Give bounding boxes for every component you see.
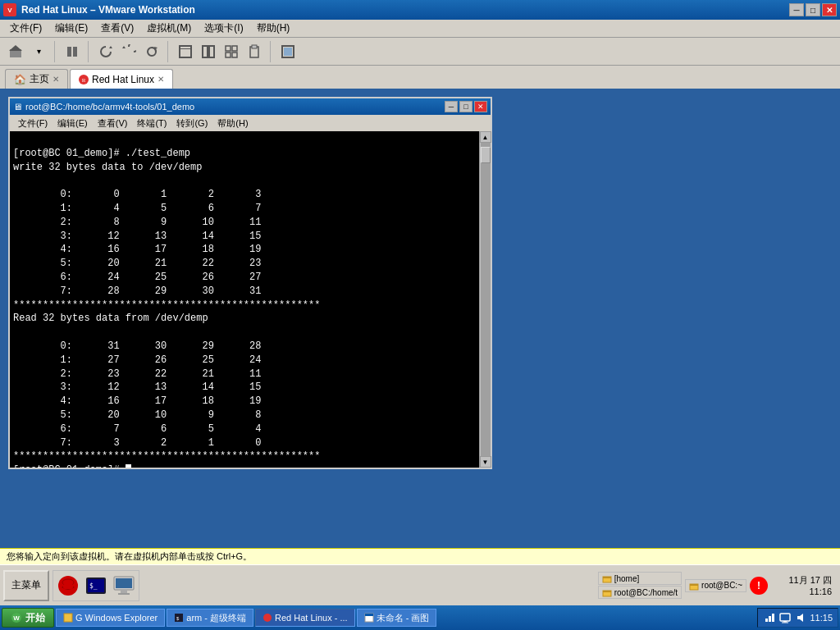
vmware-hint-text: 您将输入定向到该虚拟机。请在虚拟机内部单击或按 Ctrl+G。: [7, 551, 252, 561]
vmware-title-bar: V Red Hat Linux – VMware Workstation ─ □…: [0, 0, 840, 20]
tab-home-label: 主页: [30, 72, 49, 86]
terminal-maximize[interactable]: □: [459, 101, 472, 112]
toolbar-home-dropdown[interactable]: ▾: [28, 41, 49, 62]
main-toolbar: ▾: [0, 38, 840, 66]
tab-home[interactable]: 🏠 主页 ✕: [5, 69, 68, 89]
terminal-scrollbar[interactable]: ▲ ▼: [479, 131, 491, 468]
svg-rect-31: [116, 578, 132, 588]
redhat-launcher-icon[interactable]: [55, 573, 81, 599]
minimize-button[interactable]: ─: [789, 3, 804, 16]
warning-icon[interactable]: !: [750, 577, 768, 595]
toolbar-window-btn[interactable]: [175, 41, 196, 62]
toolbar-group-5: [277, 41, 304, 62]
svg-rect-13: [209, 46, 214, 57]
main-menu-btn[interactable]: 主菜单: [3, 570, 49, 601]
terminal-body-container: [root@BC 01_demo]# ./test_demp write 32 …: [10, 131, 491, 468]
start-label: 开始: [25, 611, 45, 625]
toolbar-clipboard-btn[interactable]: [244, 41, 265, 62]
toolbar-reset-btn[interactable]: [95, 41, 116, 62]
svg-rect-47: [365, 614, 373, 616]
scroll-thumb[interactable]: [481, 147, 491, 163]
taskbar-btn-paint[interactable]: 未命名 - 画图: [357, 609, 437, 627]
svg-rect-37: [603, 591, 611, 592]
term-menu-file[interactable]: 文件(F): [13, 116, 52, 131]
fm-item-home[interactable]: [home]: [598, 572, 682, 585]
app-launcher: $_: [52, 570, 139, 601]
desktop-icon[interactable]: [111, 573, 137, 599]
maximize-button[interactable]: □: [806, 3, 820, 16]
terminal-window-controls: ─ □ ✕: [445, 101, 487, 112]
menu-help[interactable]: 帮助(H): [250, 20, 297, 37]
svg-rect-15: [232, 46, 237, 51]
taskbar-btn-explorer[interactable]: G Windows Explorer: [56, 609, 165, 627]
toolbar-back-btn[interactable]: [118, 41, 139, 62]
system-tray: 11:15: [757, 608, 838, 628]
menu-edit[interactable]: 编辑(E): [48, 20, 94, 37]
svg-marker-6: [109, 46, 112, 48]
menu-view[interactable]: 查看(V): [94, 20, 140, 37]
taskbar-btn-terminal[interactable]: $ arm - 超级终端: [167, 609, 253, 627]
tab-bar: 🏠 主页 ✕ R Red Hat Linux ✕: [0, 66, 840, 89]
fm-item-root[interactable]: root@BC:/home/t: [598, 586, 682, 599]
taskbar-btn-terminal-label: arm - 超级终端: [186, 612, 246, 624]
svg-rect-11: [180, 48, 191, 49]
scroll-track[interactable]: [481, 143, 491, 456]
svg-rect-50: [772, 614, 774, 622]
svg-rect-49: [769, 616, 771, 622]
menu-file[interactable]: 文件(F): [3, 20, 48, 37]
taskbar-btn-redhat[interactable]: Red Hat Linux - ...: [255, 609, 355, 627]
svg-rect-53: [782, 623, 788, 623]
term-menu-help[interactable]: 帮助(H): [212, 116, 253, 131]
toolbar-suspend-btn[interactable]: [62, 41, 83, 62]
toolbar-home-btn[interactable]: [5, 41, 26, 62]
terminal-minimize[interactable]: ─: [445, 101, 458, 112]
terminal-launcher-icon[interactable]: $_: [83, 573, 109, 599]
main-window: V Red Hat Linux – VMware Workstation ─ □…: [0, 0, 840, 630]
term-menu-terminal[interactable]: 终端(T): [132, 116, 171, 131]
toolbar-fullscreen-btn[interactable]: [277, 41, 299, 62]
close-button[interactable]: ✕: [822, 3, 837, 16]
tab-redhat-close[interactable]: ✕: [158, 75, 164, 84]
display-icon: [778, 611, 792, 624]
svg-rect-48: [765, 619, 768, 622]
term-menu-goto[interactable]: 转到(G): [171, 116, 212, 131]
app-menu-bar: 文件(F) 编辑(E) 查看(V) 虚拟机(M) 选项卡(I) 帮助(H): [0, 20, 840, 38]
svg-rect-19: [252, 45, 257, 48]
tab-home-close[interactable]: ✕: [52, 75, 59, 84]
fm-item-home2[interactable]: root@BC:~: [685, 579, 746, 592]
taskbar-clock-display: 11:15: [810, 613, 833, 623]
tab-redhat-icon: R: [79, 75, 89, 84]
toolbar-tile-btn[interactable]: [221, 41, 242, 62]
terminal-close[interactable]: ✕: [474, 101, 487, 112]
fm-label-home: [home]: [614, 574, 640, 583]
svg-rect-5: [73, 47, 77, 57]
toolbar-split-btn[interactable]: [198, 41, 219, 62]
tab-redhat[interactable]: R Red Hat Linux ✕: [70, 69, 173, 89]
svg-rect-10: [180, 46, 191, 57]
scroll-down-arrow[interactable]: ▼: [480, 456, 491, 468]
svg-text:W: W: [13, 614, 20, 622]
scroll-up-arrow[interactable]: ▲: [480, 131, 491, 143]
start-button[interactable]: W 开始: [2, 608, 54, 628]
tab-home-icon: 🏠: [14, 74, 26, 85]
toolbar-refresh-btn[interactable]: [141, 41, 162, 62]
vmware-desktop[interactable]: 🖥 root@BC:/home/bc/armv4t-tools/01_demo …: [0, 89, 840, 605]
menu-vm[interactable]: 虚拟机(M): [140, 20, 198, 37]
taskbar-btn-redhat-label: Red Hat Linux - ...: [275, 613, 348, 623]
svg-rect-12: [203, 46, 208, 57]
taskbar-btn-paint-label: 未命名 - 画图: [377, 612, 430, 624]
svg-point-45: [263, 614, 272, 622]
terminal-title-bar: 🖥 root@BC:/home/bc/armv4t-tools/01_demo …: [10, 98, 491, 115]
terminal-title-icon: 🖥: [13, 102, 22, 112]
term-menu-edit[interactable]: 编辑(E): [52, 116, 93, 131]
panel-time: 11:16: [776, 587, 832, 596]
svg-text:R: R: [82, 77, 86, 84]
fm-label-home2: root@BC:~: [701, 581, 742, 590]
menu-tab[interactable]: 选项卡(I): [198, 20, 249, 37]
network-icon: [763, 611, 776, 624]
toolbar-group-3: [95, 41, 168, 62]
terminal-output[interactable]: [root@BC 01_demo]# ./test_demp write 32 …: [10, 131, 479, 468]
volume-icon: [794, 611, 807, 624]
term-menu-view[interactable]: 查看(V): [93, 116, 133, 131]
fm-label-root: root@BC:/home/t: [614, 588, 678, 597]
